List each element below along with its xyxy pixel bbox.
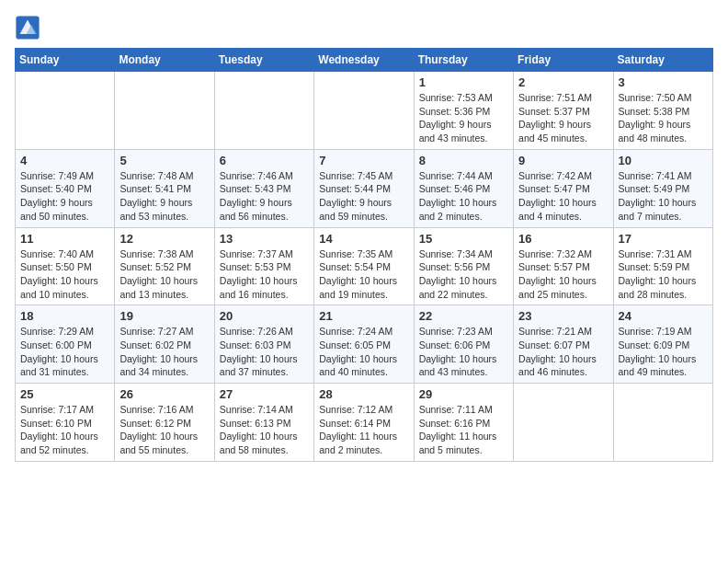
calendar-cell: 7Sunrise: 7:45 AM Sunset: 5:44 PM Daylig…	[314, 149, 414, 227]
day-info: Sunrise: 7:51 AM Sunset: 5:37 PM Dayligh…	[518, 91, 608, 145]
calendar-cell: 28Sunrise: 7:12 AM Sunset: 6:14 PM Dayli…	[314, 384, 414, 462]
day-number: 4	[20, 154, 109, 167]
calendar-cell: 23Sunrise: 7:21 AM Sunset: 6:07 PM Dayli…	[514, 305, 613, 384]
weekday-header-tuesday: Tuesday	[214, 49, 313, 72]
weekday-header-sunday: Sunday	[16, 49, 115, 72]
day-info: Sunrise: 7:21 AM Sunset: 6:07 PM Dayligh…	[518, 325, 608, 379]
day-info: Sunrise: 7:32 AM Sunset: 5:57 PM Dayligh…	[518, 247, 608, 302]
calendar-cell: 15Sunrise: 7:34 AM Sunset: 5:56 PM Dayli…	[414, 227, 513, 305]
day-info: Sunrise: 7:34 AM Sunset: 5:56 PM Dayligh…	[419, 247, 508, 302]
calendar-cell: 3Sunrise: 7:50 AM Sunset: 5:38 PM Daylig…	[613, 72, 712, 150]
calendar-cell: 18Sunrise: 7:29 AM Sunset: 6:00 PM Dayli…	[16, 305, 115, 384]
weekday-header-wednesday: Wednesday	[314, 49, 414, 72]
day-number: 18	[20, 309, 109, 323]
day-number: 19	[119, 309, 209, 323]
day-info: Sunrise: 7:27 AM Sunset: 6:02 PM Dayligh…	[119, 325, 209, 379]
day-number: 24	[619, 309, 708, 323]
weekday-header-row: SundayMondayTuesdayWednesdayThursdayFrid…	[16, 49, 713, 72]
day-info: Sunrise: 7:46 AM Sunset: 5:43 PM Dayligh…	[220, 169, 309, 224]
day-number: 9	[518, 154, 608, 167]
day-number: 5	[119, 154, 209, 167]
day-number: 27	[220, 387, 309, 401]
day-number: 25	[20, 387, 109, 401]
weekday-header-friday: Friday	[514, 49, 613, 72]
calendar-cell: 10Sunrise: 7:41 AM Sunset: 5:49 PM Dayli…	[613, 149, 712, 227]
day-number: 26	[119, 387, 209, 401]
day-info: Sunrise: 7:41 AM Sunset: 5:49 PM Dayligh…	[619, 169, 708, 224]
calendar-cell: 6Sunrise: 7:46 AM Sunset: 5:43 PM Daylig…	[214, 149, 313, 227]
day-info: Sunrise: 7:14 AM Sunset: 6:13 PM Dayligh…	[220, 403, 309, 457]
calendar-cell: 20Sunrise: 7:26 AM Sunset: 6:03 PM Dayli…	[214, 305, 313, 384]
day-number: 7	[319, 154, 408, 167]
day-number: 13	[220, 232, 309, 246]
calendar-cell: 5Sunrise: 7:48 AM Sunset: 5:41 PM Daylig…	[115, 149, 214, 227]
logo-icon	[15, 15, 40, 40]
day-info: Sunrise: 7:16 AM Sunset: 6:12 PM Dayligh…	[119, 403, 209, 457]
calendar-cell: 16Sunrise: 7:32 AM Sunset: 5:57 PM Dayli…	[514, 227, 613, 305]
header	[15, 15, 713, 40]
day-info: Sunrise: 7:50 AM Sunset: 5:38 PM Dayligh…	[619, 91, 708, 145]
day-info: Sunrise: 7:24 AM Sunset: 6:05 PM Dayligh…	[319, 325, 408, 379]
day-number: 1	[419, 75, 508, 89]
weekday-header-monday: Monday	[115, 49, 214, 72]
day-number: 8	[419, 154, 508, 167]
day-number: 17	[619, 232, 708, 246]
weekday-header-saturday: Saturday	[613, 49, 712, 72]
day-number: 12	[119, 232, 209, 246]
day-number: 22	[419, 309, 508, 323]
day-info: Sunrise: 7:49 AM Sunset: 5:40 PM Dayligh…	[20, 169, 109, 224]
calendar-cell: 2Sunrise: 7:51 AM Sunset: 5:37 PM Daylig…	[514, 72, 613, 150]
weekday-header-thursday: Thursday	[414, 49, 513, 72]
calendar-cell	[115, 72, 214, 150]
day-number: 16	[518, 232, 608, 246]
day-number: 6	[220, 154, 309, 167]
calendar-week-3: 11Sunrise: 7:40 AM Sunset: 5:50 PM Dayli…	[16, 227, 713, 305]
day-info: Sunrise: 7:37 AM Sunset: 5:53 PM Dayligh…	[220, 247, 309, 302]
calendar-cell: 21Sunrise: 7:24 AM Sunset: 6:05 PM Dayli…	[314, 305, 414, 384]
day-number: 29	[419, 387, 508, 401]
day-info: Sunrise: 7:35 AM Sunset: 5:54 PM Dayligh…	[319, 247, 408, 302]
day-info: Sunrise: 7:17 AM Sunset: 6:10 PM Dayligh…	[20, 403, 109, 457]
day-info: Sunrise: 7:44 AM Sunset: 5:46 PM Dayligh…	[419, 169, 508, 224]
calendar-cell: 12Sunrise: 7:38 AM Sunset: 5:52 PM Dayli…	[115, 227, 214, 305]
day-number: 11	[20, 232, 109, 246]
day-info: Sunrise: 7:12 AM Sunset: 6:14 PM Dayligh…	[319, 403, 408, 457]
calendar-week-4: 18Sunrise: 7:29 AM Sunset: 6:00 PM Dayli…	[16, 305, 713, 384]
day-number: 28	[319, 387, 408, 401]
logo	[15, 15, 44, 40]
calendar-week-5: 25Sunrise: 7:17 AM Sunset: 6:10 PM Dayli…	[16, 384, 713, 462]
calendar-cell: 26Sunrise: 7:16 AM Sunset: 6:12 PM Dayli…	[115, 384, 214, 462]
day-number: 10	[619, 154, 708, 167]
calendar-cell: 13Sunrise: 7:37 AM Sunset: 5:53 PM Dayli…	[214, 227, 313, 305]
day-number: 23	[518, 309, 608, 323]
day-info: Sunrise: 7:19 AM Sunset: 6:09 PM Dayligh…	[619, 325, 708, 379]
day-info: Sunrise: 7:31 AM Sunset: 5:59 PM Dayligh…	[619, 247, 708, 302]
calendar-cell	[214, 72, 313, 150]
calendar-cell	[314, 72, 414, 150]
calendar-cell: 29Sunrise: 7:11 AM Sunset: 6:16 PM Dayli…	[414, 384, 513, 462]
calendar-cell: 4Sunrise: 7:49 AM Sunset: 5:40 PM Daylig…	[16, 149, 115, 227]
calendar-cell: 19Sunrise: 7:27 AM Sunset: 6:02 PM Dayli…	[115, 305, 214, 384]
calendar-week-1: 1Sunrise: 7:53 AM Sunset: 5:36 PM Daylig…	[16, 72, 713, 150]
day-info: Sunrise: 7:38 AM Sunset: 5:52 PM Dayligh…	[119, 247, 209, 302]
day-number: 15	[419, 232, 508, 246]
day-info: Sunrise: 7:40 AM Sunset: 5:50 PM Dayligh…	[20, 247, 109, 302]
day-info: Sunrise: 7:11 AM Sunset: 6:16 PM Dayligh…	[419, 403, 508, 457]
calendar-cell: 9Sunrise: 7:42 AM Sunset: 5:47 PM Daylig…	[514, 149, 613, 227]
calendar-cell: 1Sunrise: 7:53 AM Sunset: 5:36 PM Daylig…	[414, 72, 513, 150]
calendar-cell: 17Sunrise: 7:31 AM Sunset: 5:59 PM Dayli…	[613, 227, 712, 305]
calendar-cell	[514, 384, 613, 462]
day-number: 3	[619, 75, 708, 89]
calendar-cell	[613, 384, 712, 462]
calendar-cell: 24Sunrise: 7:19 AM Sunset: 6:09 PM Dayli…	[613, 305, 712, 384]
calendar-cell: 27Sunrise: 7:14 AM Sunset: 6:13 PM Dayli…	[214, 384, 313, 462]
calendar-cell: 8Sunrise: 7:44 AM Sunset: 5:46 PM Daylig…	[414, 149, 513, 227]
day-info: Sunrise: 7:48 AM Sunset: 5:41 PM Dayligh…	[119, 169, 209, 224]
day-info: Sunrise: 7:45 AM Sunset: 5:44 PM Dayligh…	[319, 169, 408, 224]
calendar-cell: 14Sunrise: 7:35 AM Sunset: 5:54 PM Dayli…	[314, 227, 414, 305]
day-info: Sunrise: 7:29 AM Sunset: 6:00 PM Dayligh…	[20, 325, 109, 379]
day-number: 14	[319, 232, 408, 246]
day-number: 21	[319, 309, 408, 323]
day-info: Sunrise: 7:42 AM Sunset: 5:47 PM Dayligh…	[518, 169, 608, 224]
day-number: 2	[518, 75, 608, 89]
